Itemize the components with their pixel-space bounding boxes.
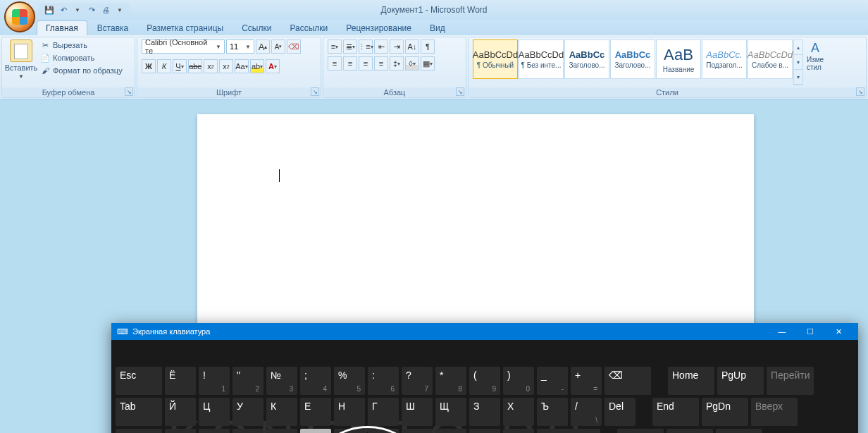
- key-insert[interactable]: Insert: [617, 429, 664, 433]
- align-left-button[interactable]: ≡: [328, 56, 342, 71]
- change-case-button[interactable]: Aa▾: [235, 59, 249, 73]
- font-size-combo[interactable]: 11▼: [226, 39, 254, 54]
- key-pgdn[interactable]: PgDn: [702, 398, 748, 426]
- paste-button[interactable]: Вставить ▼: [6, 39, 36, 80]
- dialog-launcher-icon[interactable]: ↘: [311, 87, 319, 96]
- underline-button[interactable]: Ч▾: [173, 59, 187, 73]
- shrink-font-button[interactable]: A▾: [271, 39, 285, 54]
- key-"[interactable]: "2: [232, 367, 264, 395]
- key-/[interactable]: /\: [571, 398, 602, 426]
- dialog-launcher-icon[interactable]: ↘: [456, 87, 464, 96]
- key-вниз[interactable]: Вниз: [716, 429, 762, 433]
- multilevel-button[interactable]: ⋮≡▾: [359, 39, 373, 54]
- office-button[interactable]: [4, 1, 35, 32]
- increase-indent-button[interactable]: ⇥: [390, 39, 404, 54]
- key-в[interactable]: В: [232, 429, 264, 433]
- key-ё[interactable]: Ё: [165, 367, 196, 395]
- show-marks-button[interactable]: ¶: [421, 39, 435, 54]
- tab-home[interactable]: Главная: [37, 20, 87, 35]
- justify-button[interactable]: ≡: [374, 56, 388, 71]
- style-item[interactable]: AaBbCcDd¶ Обычный: [473, 39, 518, 79]
- key-э[interactable]: Э: [503, 429, 534, 433]
- key-н[interactable]: Н: [334, 398, 365, 426]
- font-name-combo[interactable]: Calibri (Основной те▼: [142, 39, 225, 54]
- align-center-button[interactable]: ≡: [343, 56, 357, 71]
- style-item[interactable]: АаВНазвание: [656, 39, 701, 79]
- strikethrough-button[interactable]: abc: [188, 59, 202, 73]
- tab-mailings[interactable]: Рассылки: [281, 21, 336, 35]
- key-*[interactable]: *8: [435, 367, 466, 395]
- key-end[interactable]: End: [652, 398, 699, 426]
- align-right-button[interactable]: ≡: [359, 56, 373, 71]
- key-_[interactable]: _-: [537, 367, 568, 395]
- tab-layout[interactable]: Разметка страницы: [138, 21, 232, 35]
- maximize-button[interactable]: ☐: [796, 323, 824, 340]
- subscript-button[interactable]: x2: [204, 59, 218, 73]
- key-([interactable]: (9: [469, 367, 500, 395]
- key-home[interactable]: Home: [668, 367, 714, 395]
- line-spacing-button[interactable]: ‡▾: [390, 56, 404, 71]
- key-р[interactable]: Р: [334, 429, 365, 433]
- key-ы[interactable]: Ы: [199, 429, 230, 433]
- bold-button[interactable]: Ж: [142, 59, 156, 73]
- decrease-indent-button[interactable]: ⇤: [374, 39, 388, 54]
- key-?[interactable]: ?7: [402, 367, 433, 395]
- superscript-button[interactable]: x2: [219, 59, 233, 73]
- style-item[interactable]: AaBbCcЗаголово...: [564, 39, 609, 79]
- tab-insert[interactable]: Вставка: [89, 21, 137, 35]
- style-item[interactable]: AaBbCcDd¶ Без инте...: [519, 39, 564, 79]
- style-item[interactable]: AaBbCcDdСлабое в...: [748, 39, 793, 79]
- key-х[interactable]: Х: [503, 398, 534, 426]
- bullets-button[interactable]: ≡▾: [328, 39, 342, 54]
- key-щ[interactable]: Щ: [435, 398, 466, 426]
- key-pause[interactable]: Pause: [666, 429, 713, 433]
- page[interactable]: [197, 114, 754, 326]
- key-caps[interactable]: Caps: [116, 429, 162, 433]
- minimize-button[interactable]: —: [768, 323, 796, 340]
- key-е[interactable]: Е: [300, 398, 331, 426]
- format-painter-button[interactable]: 🖌Формат по образцу: [39, 65, 124, 76]
- key-перейти[interactable]: Перейти: [767, 367, 814, 395]
- highlight-button[interactable]: ab▾: [250, 59, 264, 73]
- grow-font-button[interactable]: A▴: [256, 39, 270, 54]
- tab-view[interactable]: Вид: [421, 21, 454, 35]
- key-;[interactable]: ;4: [300, 367, 331, 395]
- key-й[interactable]: Й: [165, 398, 196, 426]
- style-item[interactable]: AaBbCcЗаголово...: [610, 39, 655, 79]
- key-д[interactable]: Д: [435, 429, 466, 433]
- key-л[interactable]: Л: [402, 429, 433, 433]
- key-)[interactable]: )0: [503, 367, 534, 395]
- key-п[interactable]: П: [300, 429, 331, 433]
- close-button[interactable]: ✕: [824, 323, 852, 340]
- key-ъ[interactable]: Ъ: [537, 398, 568, 426]
- styles-scroll[interactable]: ▴▾▾: [793, 39, 803, 85]
- key-вверх[interactable]: Вверх: [751, 398, 798, 426]
- tab-review[interactable]: Рецензирование: [337, 21, 420, 35]
- font-color-button[interactable]: A▾: [266, 59, 280, 73]
- tab-references[interactable]: Ссылки: [233, 21, 280, 35]
- copy-button[interactable]: 📄Копировать: [39, 52, 124, 63]
- key-№[interactable]: №3: [266, 367, 297, 395]
- key-pgup[interactable]: PgUp: [717, 367, 764, 395]
- key-а[interactable]: А: [266, 429, 297, 433]
- numbering-button[interactable]: ≣▾: [343, 39, 357, 54]
- key-у[interactable]: У: [232, 398, 264, 426]
- sort-button[interactable]: A↓: [405, 39, 419, 54]
- key-⌫[interactable]: ⌫: [604, 367, 651, 395]
- key-esc[interactable]: Esc: [116, 367, 162, 395]
- change-styles-button[interactable]: AИзместил: [804, 39, 826, 85]
- key-%[interactable]: %5: [334, 367, 365, 395]
- osk-title-bar[interactable]: ⌨ Экранная клавиатура — ☐ ✕: [111, 323, 858, 340]
- key-del[interactable]: Del: [604, 398, 636, 426]
- key-+[interactable]: +=: [571, 367, 602, 395]
- borders-button[interactable]: ▦▾: [421, 56, 435, 71]
- key-:[interactable]: :6: [368, 367, 399, 395]
- dialog-launcher-icon[interactable]: ↘: [856, 87, 864, 96]
- key-ш[interactable]: Ш: [402, 398, 433, 426]
- key-tab[interactable]: Tab: [116, 398, 162, 426]
- key-к[interactable]: К: [266, 398, 297, 426]
- dialog-launcher-icon[interactable]: ↘: [125, 87, 133, 96]
- clear-formatting-button[interactable]: ⌫: [287, 39, 301, 54]
- key-о[interactable]: О: [368, 429, 399, 433]
- shading-button[interactable]: ◊▾: [405, 56, 419, 71]
